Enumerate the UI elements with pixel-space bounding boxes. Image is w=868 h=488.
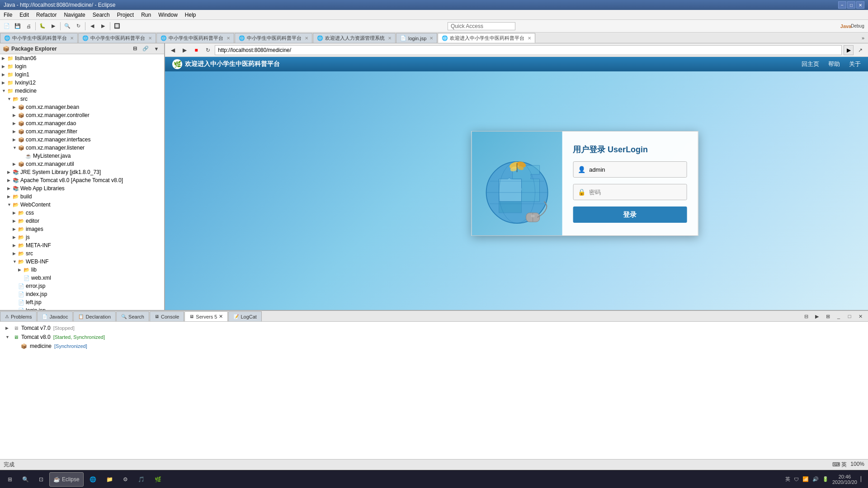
tree-filter[interactable]: ▶ 📦 com.xz.manager.filter — [0, 127, 164, 136]
clock[interactable]: 20:46 2020/10/20 — [832, 474, 857, 485]
tree-meta-inf[interactable]: ▶ 📂 META-INF — [0, 241, 164, 249]
debug-button[interactable]: 🐛 — [38, 21, 47, 31]
forward-nav-button[interactable]: ▶ — [98, 21, 108, 31]
tab-close-1[interactable]: ✕ — [70, 36, 74, 41]
tab-search[interactable]: 🔍 Search — [116, 311, 149, 321]
tree-lib[interactable]: ▶ 📂 lib — [0, 266, 164, 274]
editor-tab-3[interactable]: 🌐 中小学生中医药科普平台 ✕ — [156, 33, 234, 43]
taskbar-explorer[interactable]: 📁 — [102, 472, 117, 487]
browser-back-button[interactable]: ◀ — [168, 45, 178, 55]
tree-webapp-lib[interactable]: ▶ 📚 Web App Libraries — [0, 184, 164, 192]
link-with-editor-button[interactable]: 🔗 — [141, 44, 151, 54]
taskbar-chrome[interactable]: 🌐 — [85, 472, 100, 487]
url-input[interactable] — [215, 45, 842, 55]
menu-navigate[interactable]: Navigate — [60, 11, 89, 19]
editor-tab-5[interactable]: 🌐 欢迎进入人力资源管理系统 ✕ — [313, 33, 396, 43]
menu-project[interactable]: Project — [113, 11, 137, 19]
tab-close-7[interactable]: ✕ — [528, 36, 531, 41]
bottom-maximize-button[interactable]: □ — [844, 311, 854, 321]
taskbar-eclipse[interactable]: ☕ Eclipse — [49, 472, 84, 487]
minimize-button[interactable]: − — [838, 1, 846, 9]
tree-web-xml[interactable]: 📄 web.xml — [0, 274, 164, 282]
editor-tab-1[interactable]: 🌐 中小学生中医药科普平台 ✕ — [0, 33, 78, 43]
maximize-button[interactable]: □ — [847, 1, 855, 9]
menu-window[interactable]: Window — [155, 11, 181, 19]
menu-refactor[interactable]: Refactor — [33, 11, 60, 19]
tab-console[interactable]: 🖥 Console — [150, 311, 184, 321]
tree-medicine[interactable]: ▼ 📁 medicine — [0, 87, 164, 95]
tree-login[interactable]: ▶ 📁 login — [0, 62, 164, 70]
tree-web-inf[interactable]: ▼ 📂 WEB-INF — [0, 258, 164, 266]
tab-close-2[interactable]: ✕ — [148, 36, 152, 41]
tab-close-6[interactable]: ✕ — [429, 36, 433, 41]
tree-index-jsp[interactable]: 📄 index.jsp — [0, 290, 164, 298]
bottom-close-button[interactable]: ✕ — [855, 311, 865, 321]
tree-lvxinyi12[interactable]: ▶ 📁 lvxinyi12 — [0, 79, 164, 87]
tree-error-jsp[interactable]: 📄 error.jsp — [0, 282, 164, 290]
bottom-panel-btn2[interactable]: ▶ — [812, 311, 822, 321]
tab-declaration[interactable]: 📋 Declaration — [73, 311, 116, 321]
tab-javadoc[interactable]: 📄 Javadoc — [37, 311, 73, 321]
tab-servers-close[interactable]: ✕ — [219, 314, 223, 319]
tree-src[interactable]: ▼ 📂 src — [0, 95, 164, 103]
save-button[interactable]: 💾 — [13, 21, 23, 31]
browser-forward-button[interactable]: ▶ — [179, 45, 189, 55]
bottom-minimize-button[interactable]: _ — [834, 311, 844, 321]
tree-listener[interactable]: ▼ 📦 com.xz.manager.listener — [0, 144, 164, 152]
debug-perspective[interactable]: Debug — [853, 21, 863, 31]
perspective-button[interactable]: 🔲 — [112, 21, 122, 31]
tab-problems[interactable]: ⚠ Problems — [0, 311, 37, 321]
tree-left-jsp[interactable]: 📄 left.jsp — [0, 298, 164, 306]
tree-login-jsp[interactable]: 📄 login.jsp — [0, 306, 164, 310]
password-input[interactable] — [589, 189, 682, 196]
print-button[interactable]: 🖨 — [24, 21, 33, 31]
menu-search[interactable]: Search — [89, 11, 113, 19]
open-external-button[interactable]: ↗ — [855, 45, 865, 55]
tree-jre[interactable]: ▶ 📚 JRE System Library [jdk1.8.0_73] — [0, 168, 164, 176]
tree-editor[interactable]: ▶ 📂 editor — [0, 217, 164, 225]
tab-close-4[interactable]: ✕ — [305, 36, 308, 41]
tree-login1[interactable]: ▶ 📁 login1 — [0, 70, 164, 79]
login-button[interactable]: 登录 — [573, 206, 687, 223]
new-button[interactable]: 📄 — [2, 21, 12, 31]
tree-dao[interactable]: ▶ 📦 com.xz.manager.dao — [0, 119, 164, 127]
browser-refresh-button[interactable]: ↻ — [203, 45, 213, 55]
tree-mylistener[interactable]: ☕ MyListener.java — [0, 152, 164, 160]
start-button[interactable]: ⊞ — [4, 472, 16, 487]
pkg-menu-button[interactable]: ▼ — [151, 44, 161, 54]
java-perspective[interactable]: Java — [841, 21, 851, 31]
web-nav-help[interactable]: 帮助 — [828, 60, 840, 68]
menu-run[interactable]: Run — [137, 11, 155, 19]
search-taskbar-button[interactable]: 🔍 — [18, 472, 33, 487]
browser-stop-button[interactable]: ■ — [191, 45, 201, 55]
go-button[interactable]: ▶ — [844, 45, 854, 55]
tree-css[interactable]: ▶ 📂 css — [0, 209, 164, 217]
tab-close-3[interactable]: ✕ — [226, 36, 230, 41]
editor-tab-2[interactable]: 🌐 中小学生中医药科普平台 ✕ — [78, 33, 156, 43]
collapse-all-button[interactable]: ⊟ — [130, 44, 140, 54]
quick-access-field[interactable]: Quick Access — [448, 22, 515, 30]
tree-src2[interactable]: ▶ 📂 src — [0, 249, 164, 258]
taskview-button[interactable]: ⊡ — [35, 472, 47, 487]
tab-close-5[interactable]: ✕ — [388, 36, 392, 41]
taskbar-settings[interactable]: ⚙ — [119, 472, 132, 487]
tab-servers[interactable]: 🖥 Servers 5 ✕ — [184, 311, 228, 321]
tree-tomcat-lib[interactable]: ▶ 📚 Apache Tomcat v8.0 [Apache Tomcat v8… — [0, 176, 164, 184]
search-button[interactable]: 🔍 — [62, 21, 72, 31]
show-desktop-button[interactable]: ▏ — [861, 476, 864, 482]
tree-interfaces[interactable]: ▶ 📦 com.xz.manager.interfaces — [0, 136, 164, 144]
web-nav-about[interactable]: 关于 — [849, 60, 861, 68]
username-input[interactable] — [589, 166, 682, 173]
close-button[interactable]: ✕ — [856, 1, 864, 9]
editor-tab-6[interactable]: 📄 login.jsp ✕ — [396, 33, 437, 43]
web-nav-home[interactable]: 回主页 — [802, 60, 819, 68]
tree-build[interactable]: ▶ 📂 build — [0, 192, 164, 201]
tree-bean[interactable]: ▶ 📦 com.xz.manager.bean — [0, 103, 164, 111]
tree-js[interactable]: ▶ 📂 js — [0, 233, 164, 241]
taskbar-music[interactable]: 🎵 — [134, 472, 149, 487]
tab-logcat[interactable]: 📝 LogCat — [228, 311, 261, 321]
menu-help[interactable]: Help — [181, 11, 200, 19]
run-button[interactable]: ▶ — [48, 21, 58, 31]
server-medicine[interactable]: 📦 medicine [Synchronized] — [4, 342, 864, 351]
editor-tab-4[interactable]: 🌐 中小学生中医药科普平台 ✕ — [235, 33, 312, 43]
